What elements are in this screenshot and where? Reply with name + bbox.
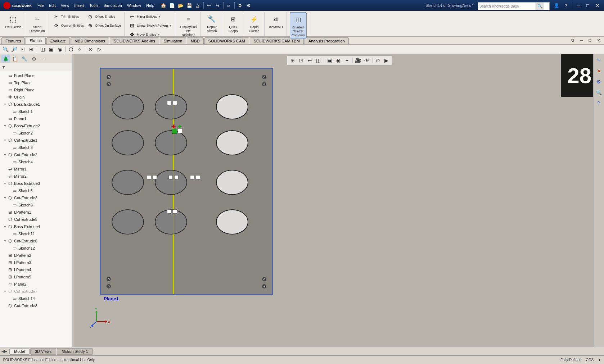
view-scene-btn[interactable]: ✧ [76, 45, 84, 53]
tree-item-cut-extrude5[interactable]: ⬡Cut-Extrude5 [0, 216, 72, 223]
nav-left-btn[interactable]: ◀▶ [1, 349, 7, 353]
tree-item-cut-extrude3[interactable]: ▼⬡Cut-Extrude3 [0, 194, 72, 201]
view-max-btn[interactable]: □ [586, 36, 594, 44]
quick-snaps-button[interactable]: ⊞ QuickSnaps [225, 12, 241, 34]
tree-item-lpattern2[interactable]: ⊞LPattern2 [0, 252, 72, 259]
qa-settings[interactable]: ⚙ [245, 1, 253, 9]
qa-options[interactable]: ⚙ [236, 1, 244, 9]
fr-close-btn[interactable]: ✕ [594, 66, 604, 76]
user-icon[interactable]: 👤 [553, 1, 560, 9]
menu-help[interactable]: Help [144, 3, 157, 8]
trim-entities-button[interactable]: ✂ Trim Entities [52, 12, 85, 21]
tree-expander-cut-extrude2[interactable]: ▼ [3, 153, 7, 157]
vp-zoom-fit-btn[interactable]: ⊡ [297, 56, 305, 64]
viewport[interactable]: ⊞ ⊡ ↩ ◫ ▣ ◉ ✦ 🎥 👁 ⊙ ▶ ⊙ ⊙ ⊙ ⊙ ⊙ ⊙ ⊙ [75, 54, 604, 347]
tree-item-boss-extrude3[interactable]: ▼⬡Boss-Extrude3 [0, 180, 72, 187]
tree-item-mirror2[interactable]: ⇌Mirror2 [0, 173, 72, 180]
tree-item-cut-extrude8[interactable]: ⬡Cut-Extrude8 [0, 302, 72, 309]
tab-motion-study[interactable]: Motion Study 1 [57, 348, 93, 355]
tree-expander-cut-extrude1[interactable]: ▼ [3, 138, 7, 142]
tree-item-sketch6[interactable]: ▭Sketch6 [0, 187, 72, 194]
mirror-entities-button[interactable]: ⇌ Mirror Entities ▼ [127, 12, 173, 21]
tree-tab-features[interactable]: 🌲 [1, 55, 10, 63]
view-3d-btn[interactable]: ⊞ [27, 45, 35, 53]
help-icon[interactable]: ? [562, 1, 570, 9]
vp-curvature-btn[interactable]: ◉ [334, 56, 342, 64]
panel-collapse-btn[interactable]: ‹ [72, 190, 72, 211]
qa-open[interactable]: 📂 [177, 1, 185, 9]
tree-expander-origin[interactable] [3, 95, 7, 99]
shaded-sketch-button[interactable]: ◫ ShadedSketchContours [290, 12, 307, 38]
view-zoom-btn[interactable]: 🔎 [10, 45, 18, 53]
menu-simulation[interactable]: Simulation [102, 3, 124, 8]
tree-tab-cam[interactable]: → [39, 55, 48, 63]
menu-edit[interactable]: Edit [47, 3, 58, 8]
tree-expander-lpattern4[interactable] [3, 268, 7, 272]
tree-expander-sketch4[interactable] [7, 160, 12, 164]
tree-item-sketch4[interactable]: ▭Sketch4 [0, 158, 72, 165]
tree-expander-sketch3[interactable] [7, 145, 12, 150]
tree-expander-plane2[interactable] [3, 282, 7, 286]
move-entities-button[interactable]: ✥ Move Entities ▼ [127, 30, 173, 39]
vp-orient-btn[interactable]: ⊞ [289, 56, 297, 64]
view-min-btn[interactable]: ─ [577, 36, 585, 44]
qa-new[interactable]: 📄 [168, 1, 176, 9]
tree-item-boss-extrude2[interactable]: ▼⬡Boss-Extrude2 [0, 122, 72, 129]
view-restore-btn[interactable]: ⧉ [569, 36, 577, 44]
status-units-dropdown[interactable]: ▼ [598, 358, 601, 362]
menu-window[interactable]: Window [125, 3, 143, 8]
tree-expander-mirror1[interactable] [3, 167, 7, 171]
tree-expander-right-plane[interactable] [3, 88, 7, 92]
qa-redo[interactable]: ↪ [214, 1, 222, 9]
vp-section-btn[interactable]: ◫ [315, 56, 323, 64]
tree-expander-cut-extrude6[interactable]: ▼ [3, 239, 7, 243]
tab-mbd-dimensions[interactable]: MBD Dimensions [71, 37, 109, 44]
tree-tab-config[interactable]: 🔧 [20, 55, 29, 63]
tree-tab-properties[interactable]: 📋 [11, 55, 19, 63]
qa-select[interactable]: ▷ [225, 1, 233, 9]
tree-expander-top-plane[interactable] [3, 81, 7, 85]
linear-pattern-dropdown-icon[interactable]: ▼ [169, 24, 172, 27]
fr-settings-btn[interactable]: ⚙ [594, 77, 604, 86]
move-dropdown-icon[interactable]: ▼ [157, 33, 160, 36]
tree-expander-plane1[interactable] [3, 117, 7, 121]
qa-print[interactable]: 🖨 [194, 1, 202, 9]
tree-item-sketch3[interactable]: ▭Sketch3 [0, 144, 72, 151]
view-realview-btn[interactable]: ⊙ [87, 45, 95, 53]
tree-expander-sketch8[interactable] [7, 203, 12, 207]
offset-surface-button[interactable]: ⊕ Offset On Surface [86, 21, 122, 30]
view-hlt-btn[interactable]: ◉ [56, 45, 64, 53]
tab-evaluate[interactable]: Evaluate [46, 37, 70, 44]
tree-item-right-plane[interactable]: ▭Right Plane [0, 86, 72, 94]
tree-item-plane1[interactable]: ▭Plane1 [0, 115, 72, 122]
tab-features[interactable]: Features [1, 37, 25, 44]
tree-item-plane2[interactable]: ▭Plane2 [0, 281, 72, 288]
tree-expander-sketch2[interactable] [7, 131, 12, 135]
view-section-btn[interactable]: ◫ [39, 45, 46, 53]
minimize-btn[interactable]: ─ [574, 1, 582, 9]
view-orient-btn[interactable]: 🔍 [1, 45, 9, 53]
tree-expander-lpattern2[interactable] [3, 253, 7, 258]
offset-entities-button[interactable]: ⊙ Offset Entities [86, 12, 122, 21]
view-close-btn[interactable]: ✕ [595, 36, 603, 44]
tree-item-sketch8[interactable]: ▭Sketch8 [0, 201, 72, 209]
tree-item-sketch2[interactable]: ▭Sketch2 [0, 129, 72, 137]
tree-item-lpattern1[interactable]: ⊞LPattern1 [0, 209, 72, 216]
tree-item-front-plane[interactable]: ▭Front Plane [0, 72, 72, 79]
fr-search-btn[interactable]: 🔍 [594, 88, 604, 97]
menu-view[interactable]: View [59, 3, 72, 8]
vp-display-mode-btn[interactable]: ▣ [326, 56, 334, 64]
tab-swcam[interactable]: SOLIDWORKS CAM [204, 37, 249, 44]
tree-item-origin[interactable]: ✚Origin [0, 94, 72, 101]
qa-undo[interactable]: ↩ [205, 1, 213, 9]
tree-expander-lpattern3[interactable] [3, 260, 7, 265]
tree-item-cut-extrude2[interactable]: ▼⬡Cut-Extrude2 [0, 151, 72, 158]
view-shadow-btn[interactable]: ▷ [95, 45, 103, 53]
menu-insert[interactable]: Insert [72, 3, 86, 8]
convert-entities-button[interactable]: ⟳ Convert Entities [52, 21, 85, 30]
tree-expander-cut-extrude3[interactable]: ▼ [3, 196, 7, 200]
tree-item-top-plane[interactable]: ▭Top Plane [0, 79, 72, 86]
mirror-dropdown-icon[interactable]: ▼ [158, 15, 161, 18]
fr-help-btn[interactable]: ? [594, 99, 604, 108]
tree-item-sketch14[interactable]: ▭Sketch14 [0, 295, 72, 302]
